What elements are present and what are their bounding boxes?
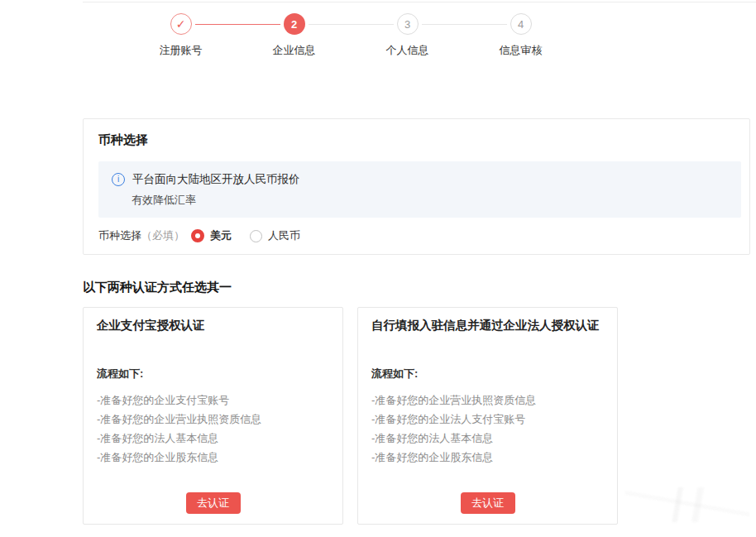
step-number: 2: [284, 13, 305, 35]
step-number: 4: [510, 13, 532, 35]
currency-card-title: 币种选择: [98, 132, 741, 148]
radio-label-rmb: 人民币: [268, 228, 300, 243]
step-label: 注册账号: [160, 43, 203, 58]
auth-card-alipay-authorization: 企业支付宝授权认证 流程如下: -准备好您的企业支付宝账号 -准备好您的企业营业…: [83, 307, 343, 525]
process-item: -准备好您的法人基本信息: [97, 429, 329, 448]
step-label: 信息审核: [500, 43, 543, 58]
alert-text-primary: 平台面向大陆地区开放人民币报价: [132, 172, 300, 187]
process-item: -准备好您的企业股东信息: [97, 448, 329, 467]
info-circle-icon: [112, 173, 125, 186]
process-item: -准备好您的法人基本信息: [371, 429, 604, 448]
check-icon: ✓: [170, 13, 192, 35]
stepper-step-info-review: 4 信息审核: [464, 13, 577, 58]
radio-option-usd[interactable]: 美元: [191, 228, 232, 243]
alert-line-1: 平台面向大陆地区开放人民币报价: [112, 172, 728, 187]
auth-card-title: 企业支付宝授权认证: [97, 318, 329, 333]
stepper-step-register-account: ✓ 注册账号: [124, 13, 237, 58]
radio-unchecked-icon[interactable]: [250, 230, 262, 242]
step-label: 企业信息: [273, 43, 316, 58]
process-item: -准备好您的企业股东信息: [371, 448, 604, 467]
radio-checked-icon[interactable]: [191, 229, 204, 242]
process-item: -准备好您的企业营业执照资质信息: [371, 391, 604, 410]
top-divider: [83, 2, 756, 2]
stepper-step-personal-info: 3 个人信息: [351, 13, 464, 58]
process-list: -准备好您的企业支付宝账号 -准备好您的企业营业执照资质信息 -准备好您的法人基…: [97, 391, 329, 467]
required-note: （必填）: [141, 228, 184, 243]
alert-text-secondary: 有效降低汇率: [132, 193, 728, 208]
radio-label-usd: 美元: [210, 228, 232, 243]
auth-card-self-report: 自行填报入驻信息并通过企业法人授权认证 流程如下: -准备好您的企业营业执照资质…: [357, 307, 618, 525]
currency-field-row: 币种选择 （必填） 美元 人民币: [98, 228, 741, 243]
auth-section-heading: 以下两种认证方式任选其一: [83, 280, 232, 295]
go-authenticate-button-alipay[interactable]: 去认证: [186, 492, 241, 514]
process-label: 流程如下:: [97, 367, 329, 381]
go-authenticate-button-self-report[interactable]: 去认证: [461, 492, 515, 514]
watermark: [625, 487, 749, 522]
process-item: -准备好您的企业法人支付宝账号: [371, 410, 604, 429]
info-alert: 平台面向大陆地区开放人民币报价 有效降低汇率: [98, 161, 741, 218]
process-item: -准备好您的企业营业执照资质信息: [97, 410, 329, 429]
process-item: -准备好您的企业支付宝账号: [97, 391, 329, 410]
step-label: 个人信息: [386, 43, 429, 58]
registration-stepper: ✓ 注册账号 2 企业信息 3 个人信息 4 信息审核: [124, 13, 577, 58]
currency-selection-card: 币种选择 平台面向大陆地区开放人民币报价 有效降低汇率 币种选择 （必填） 美元…: [83, 118, 750, 255]
step-number: 3: [397, 13, 419, 35]
process-label: 流程如下:: [371, 367, 604, 381]
process-list: -准备好您的企业营业执照资质信息 -准备好您的企业法人支付宝账号 -准备好您的法…: [371, 391, 604, 467]
currency-field-label: 币种选择: [98, 228, 141, 243]
auth-card-title: 自行填报入驻信息并通过企业法人授权认证: [371, 318, 604, 333]
stepper-step-company-info: 2 企业信息: [237, 13, 351, 58]
radio-option-rmb[interactable]: 人民币: [250, 228, 300, 243]
